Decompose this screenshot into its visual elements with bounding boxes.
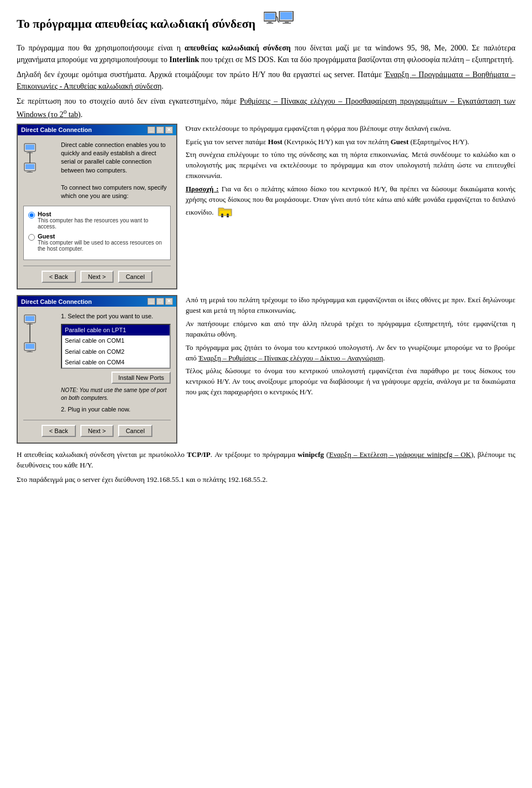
titlebar-buttons-2[interactable]: _ □ ✕ (147, 298, 173, 305)
right-text-col-1: Όταν εκτελέσουμε το πρόγραμμα εμφανίζετα… (186, 124, 515, 290)
svg-rect-28 (27, 352, 33, 352)
svg-rect-23 (28, 323, 31, 324)
first-two-col-section: Direct Cable Connection _ □ ✕ (17, 124, 515, 290)
guest-label-group: Guest This computer will be used to acce… (38, 233, 166, 252)
radio-group: Host This computer has the resources you… (23, 206, 171, 260)
svg-rect-10 (28, 151, 31, 152)
guest-radio[interactable] (28, 234, 35, 241)
dialog-desc-text: Direct cable connection enables you to q… (61, 141, 166, 174)
right-text-col-2: Από τη μεριά του πελάτη τρέχουμε το ίδιο… (186, 295, 515, 443)
svg-rect-18 (221, 216, 223, 217)
dialog-title-1: Direct Cable Connection (21, 126, 92, 133)
dialog-body-2: 1. Select the port you want to use. Para… (18, 307, 176, 442)
port-item-com4[interactable]: Serial cable on COM4 (62, 357, 170, 368)
port-item-com2[interactable]: Serial cable on COM2 (62, 347, 170, 357)
next-button-2[interactable]: Next > (80, 425, 114, 437)
paragraph-2: Δηλαδή δεν έχουμε ομότιμα συστήματα. Αρχ… (17, 69, 515, 92)
minimize-button-2[interactable]: _ (147, 298, 155, 305)
dialog-buttons-2: < Back Next > Cancel (23, 420, 171, 437)
back-button-1[interactable]: < Back (42, 271, 76, 283)
port-item-lpt1[interactable]: Parallel cable on LPT1 (62, 325, 170, 335)
close-button[interactable]: ✕ (165, 126, 173, 134)
svg-rect-24 (27, 324, 33, 324)
svg-rect-3 (267, 23, 273, 24)
svg-rect-27 (28, 350, 31, 352)
minimize-button[interactable]: _ (147, 126, 155, 134)
host-radio-item[interactable]: Host This computer has the resources you… (28, 211, 166, 230)
computer-graphic (23, 141, 57, 201)
dialog-titlebar-2: Direct Cable Connection _ □ ✕ (18, 296, 176, 307)
dialog-buttons-1: < Back Next > Cancel (23, 266, 171, 283)
close-button-2[interactable]: ✕ (165, 298, 173, 305)
port-listbox[interactable]: Parallel cable on LPT1 Serial cable on C… (61, 324, 171, 369)
svg-rect-9 (25, 145, 34, 150)
port-item-com1[interactable]: Serial cable on COM1 (62, 335, 170, 346)
right-p3: Στη συνέχεια επιλέγουμε το τύπο της σύνδ… (186, 150, 515, 181)
host-label: Host (38, 211, 166, 217)
paragraph-example: Στο παράδειγμά μας ο server έχει διεύθυν… (17, 474, 515, 485)
right-p2: Εμείς για τον server πατάμε Host (Κεντρι… (186, 137, 515, 148)
dialog-connect-text: To connect two computers now, specify wh… (61, 184, 167, 199)
guest-radio-item[interactable]: Guest This computer will be used to acce… (28, 233, 166, 252)
computer-graphic-2 (23, 312, 57, 414)
svg-rect-26 (25, 344, 34, 349)
svg-rect-2 (268, 21, 272, 23)
back-button-2[interactable]: < Back (42, 425, 76, 437)
next-button-1[interactable]: Next > (80, 271, 114, 283)
right2-p4: Τέλος μόλις δώσουμε το όνομα του κεντρικ… (186, 366, 515, 398)
svg-rect-11 (27, 152, 33, 153)
maximize-button-2[interactable]: □ (156, 298, 164, 305)
paragraph-tcp: Η απευθείας καλωδιακή σύνδεση γίνεται με… (17, 449, 515, 471)
svg-rect-7 (283, 23, 291, 24)
host-desc: This computer has the resources you want… (38, 217, 166, 230)
dialog-titlebar-1: Direct Cable Connection _ □ ✕ (18, 125, 176, 135)
install-new-ports-button[interactable]: Install New Ports (111, 372, 171, 384)
dialog-direct-cable-1: Direct Cable Connection _ □ ✕ (17, 124, 177, 290)
intro-paragraph: Το πρόγραμμα που θα χρησιμοποιήσουμε είν… (17, 42, 515, 65)
paragraph-3: Σε περίπτωση που το στοιχείο αυτό δεν εί… (17, 95, 515, 120)
svg-rect-22 (25, 316, 34, 321)
note-text: NOTE: You must use the same type of port… (61, 387, 171, 402)
dialog-direct-cable-2: Direct Cable Connection _ □ ✕ (17, 295, 177, 443)
right-p1: Όταν εκτελέσουμε το πρόγραμμα εμφανίζετα… (186, 124, 515, 134)
dialog-step1: 1. Select the port you want to use. (61, 312, 171, 321)
header-icon (264, 11, 297, 37)
svg-rect-13 (25, 164, 34, 169)
dialog-port-text: 1. Select the port you want to use. Para… (61, 312, 171, 414)
guest-desc: This computer will be used to access res… (38, 240, 166, 252)
svg-point-17 (221, 213, 223, 216)
svg-rect-15 (27, 172, 33, 172)
cancel-button-1[interactable]: Cancel (118, 271, 152, 283)
title-text: Το πρόγραμμα απευθείας καλωδιακή σύνδεση (17, 17, 255, 31)
svg-rect-1 (265, 13, 275, 19)
right2-p2: Αν πατήσουμε επόμενο και από την άλλη πλ… (186, 319, 515, 340)
host-radio[interactable] (28, 212, 35, 218)
maximize-button[interactable]: □ (156, 126, 164, 134)
svg-rect-5 (280, 12, 292, 19)
svg-rect-6 (285, 21, 289, 23)
right2-p1: Από τη μεριά του πελάτη τρέχουμε το ίδιο… (186, 295, 515, 316)
right2-p3: Το πρόγραμμα μας ζητάει το όνομα του κεν… (186, 343, 515, 364)
titlebar-buttons[interactable]: _ □ ✕ (147, 126, 173, 134)
svg-point-19 (227, 213, 229, 216)
guest-label: Guest (38, 233, 166, 240)
dialog-content-area-2: 1. Select the port you want to use. Para… (23, 312, 171, 414)
dialog-content-area: Direct cable connection enables you to q… (23, 141, 171, 201)
svg-rect-14 (28, 171, 31, 172)
page-title: Το πρόγραμμα απευθείας καλωδιακή σύνδεση (17, 11, 515, 37)
dialog-description: Direct cable connection enables you to q… (61, 141, 171, 201)
dialog-title-2: Direct Cable Connection (21, 298, 92, 305)
second-two-col-section: Direct Cable Connection _ □ ✕ (17, 295, 515, 443)
dialog-step2: 2. Plug in your cable now. (61, 405, 171, 414)
svg-rect-20 (227, 216, 229, 217)
shared-folder-icon (217, 205, 233, 221)
right-p4: Προσοχή : Για να δει ο πελάτης κάποιο δί… (186, 184, 515, 221)
dialog-body-1: Direct cable connection enables you to q… (18, 135, 176, 289)
cancel-button-2[interactable]: Cancel (118, 425, 152, 437)
host-label-group: Host This computer has the resources you… (38, 211, 166, 230)
